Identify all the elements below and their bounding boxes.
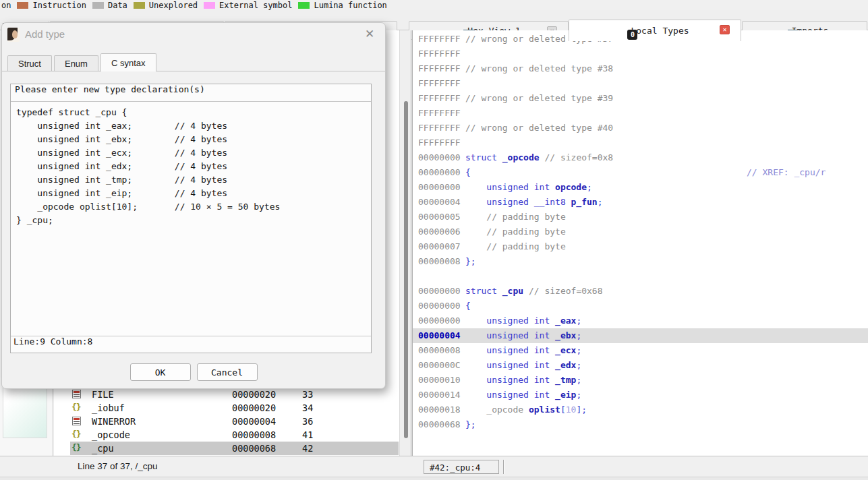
instruction-color-swatch [17, 2, 28, 9]
local-type-line[interactable]: FFFFFFFF [413, 136, 868, 150]
line-address: FFFFFFFF [418, 136, 465, 150]
local-type-line[interactable]: 00000018 _opcode oplist[10]; [413, 402, 868, 417]
legend-prefix: on [1, 1, 11, 10]
cancel-button[interactable]: Cancel [197, 363, 258, 381]
code-segment: unsigned int [486, 182, 550, 192]
type-list-row[interactable]: {}_iobuf0000002034 [70, 401, 399, 415]
enum-icon [72, 417, 81, 425]
code-segment: // sizeof=0x8 [540, 152, 614, 162]
local-type-line[interactable]: 00000000 unsigned int opcode; [413, 180, 868, 195]
line-address: 0000000C [418, 358, 465, 373]
local-type-line[interactable]: 00000000{ [413, 299, 868, 313]
code-segment: _opcode [502, 152, 540, 162]
local-type-line[interactable]: 00000007 // padding byte [413, 239, 868, 254]
local-type-line[interactable]: 00000000{// XREF: _cpu/r [413, 165, 868, 180]
dialog-tabs: StructEnumC syntax [7, 54, 158, 71]
type-list-row[interactable]: FILE0000002033 [70, 388, 399, 401]
tab-label: Local Types [631, 26, 689, 36]
struct-icon: {} [71, 429, 81, 439]
local-type-line[interactable]: FFFFFFFF// wrong or deleted type #39 [413, 91, 868, 106]
code-segment: struct [465, 152, 502, 162]
legend-item-lumina-function: Lumina function [298, 1, 386, 10]
dialog-tab-enum[interactable]: Enum [54, 55, 98, 71]
legend-item-unexplored: Unexplored [134, 1, 198, 10]
local-type-line[interactable]: 00000000struct _cpu // sizeof=0x68 [413, 284, 868, 299]
line-address: FFFFFFFF [418, 47, 465, 61]
dialog-title: Add type [25, 28, 65, 40]
code-segment: unsigned int [486, 345, 550, 355]
code-segment: unsigned int [486, 330, 550, 340]
local-type-line[interactable] [413, 269, 868, 284]
struct-icon: {} [71, 402, 81, 412]
code-segment: oplist [529, 404, 560, 415]
code-segment: ; [576, 316, 581, 326]
code-segment [550, 182, 555, 192]
line-address: FFFFFFFF [418, 121, 465, 136]
local-type-line[interactable]: FFFFFFFF [413, 106, 868, 121]
local-types-view: FFFFFFFF// wrong or deleted type #37FFFF… [412, 30, 868, 456]
local-type-line[interactable]: 00000068}; [413, 417, 868, 432]
line-address: 00000000 [418, 150, 465, 165]
local-type-line[interactable]: 00000006 // padding byte [413, 224, 868, 239]
code-segment [550, 345, 555, 355]
xref-comment: // XREF: _cpu/r [747, 165, 826, 180]
line-address: 00000007 [418, 239, 465, 254]
local-type-line[interactable]: 00000004 unsigned __int8 p_fun; [413, 195, 868, 210]
code-segment [465, 182, 486, 192]
enum-icon [72, 390, 81, 398]
code-segment: _ebx [555, 330, 576, 340]
dialog-tab-c-syntax[interactable]: C syntax [100, 53, 156, 71]
code-segment: unsigned int [486, 375, 550, 385]
close-icon[interactable]: ✕ [365, 27, 374, 40]
status-line-indicator: Line 37 of 37, /_cpu [78, 461, 158, 471]
local-type-line[interactable]: 00000008 unsigned int _ecx; [413, 343, 868, 358]
lumina-function-color-swatch [298, 2, 310, 9]
type-list-row[interactable]: {}_opcode0000000841 [70, 428, 399, 442]
local-type-line[interactable]: 00000008}; [413, 254, 868, 269]
code-segment: // padding byte [486, 241, 565, 251]
line-address: FFFFFFFF [418, 91, 465, 106]
local-type-line[interactable]: FFFFFFFF [413, 47, 868, 61]
type-list-row[interactable]: {}_cpu0000006842 [70, 442, 399, 455]
type-declaration-editor[interactable]: typedef struct _cpu { unsigned int _eax;… [11, 102, 371, 336]
struct-icon: {} [71, 442, 81, 452]
code-segment: unsigned int [486, 360, 550, 370]
ida-logo-icon [7, 28, 20, 42]
local-type-line[interactable]: 00000004 unsigned int _ebx; [413, 328, 868, 343]
code-segment: // padding byte [486, 212, 565, 222]
local-type-line[interactable]: 00000000 unsigned int _eax; [413, 313, 868, 328]
code-segment: 10 [566, 404, 577, 415]
local-type-line[interactable]: FFFFFFFF [413, 76, 868, 91]
local-type-line[interactable]: 00000000struct _opcode // sizeof=0x8 [413, 150, 868, 165]
type-size: 00000020 [232, 402, 276, 413]
status-cell-divider [503, 460, 505, 474]
type-name: _iobuf [92, 402, 125, 413]
dialog-tab-struct[interactable]: Struct [7, 55, 52, 71]
local-type-line[interactable]: FFFFFFFF// wrong or deleted type #40 [413, 121, 868, 136]
type-ordinal: 41 [302, 429, 313, 440]
code-segment [465, 404, 486, 415]
type-list-row[interactable]: WINERROR0000000436 [70, 415, 399, 428]
local-type-line[interactable]: 0000000C unsigned int _edx; [413, 358, 868, 373]
tab-close-icon[interactable]: ✕ [720, 25, 730, 34]
tab-local-types[interactable]: Local Types✕ [569, 20, 741, 41]
code-segment [465, 375, 486, 385]
local-type-line[interactable]: 00000014 unsigned int _eip; [413, 388, 868, 402]
code-segment: struct [465, 286, 502, 296]
overview-panel [0, 378, 53, 456]
line-address: 00000004 [418, 195, 465, 210]
line-address: 00000000 [418, 284, 465, 299]
code-segment: // wrong or deleted type #38 [465, 63, 613, 73]
code-segment: _eax [555, 316, 576, 326]
local-type-line[interactable]: FFFFFFFF// wrong or deleted type #38 [413, 61, 868, 76]
local-type-line[interactable]: 00000005 // padding byte [413, 210, 868, 224]
scrollbar-thumb[interactable] [404, 101, 408, 438]
type-name: _opcode [92, 429, 130, 440]
code-segment: ; [587, 182, 592, 192]
code-segment: _edx [555, 360, 576, 370]
ok-button[interactable]: OK [130, 363, 191, 381]
list-scrollbar[interactable] [399, 30, 411, 456]
code-segment [550, 375, 555, 385]
local-type-line[interactable]: 00000010 unsigned int _tmp; [413, 373, 868, 388]
type-ordinal: 34 [302, 402, 313, 413]
